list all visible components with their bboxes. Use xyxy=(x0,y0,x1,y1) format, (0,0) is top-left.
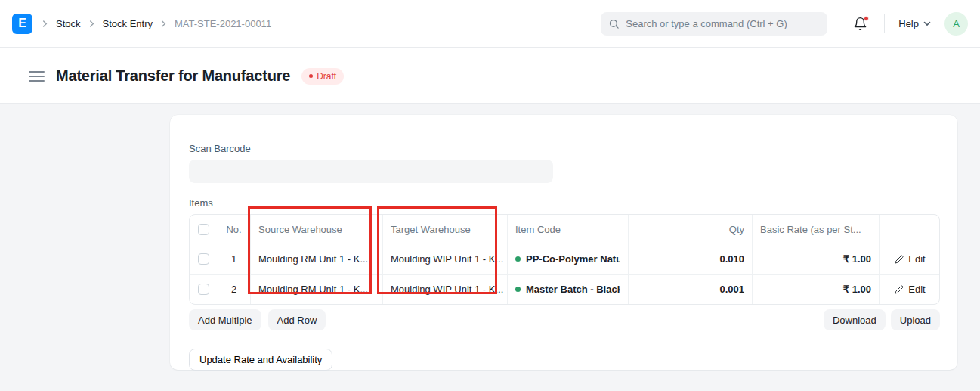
item-code-text: Master Batch - Black xyxy=(526,284,620,295)
search-icon xyxy=(608,18,620,29)
navbar-right: Help A xyxy=(601,12,968,36)
source-warehouse-cell[interactable]: Moulding RM Unit 1 - K... xyxy=(250,244,382,274)
target-warehouse-cell[interactable]: Moulding WIP Unit 1 - K... xyxy=(382,275,507,304)
items-table-header-row: No. Source Warehouse Target Warehouse It… xyxy=(190,215,939,244)
source-warehouse-cell[interactable]: Moulding RM Unit 1 - K... xyxy=(250,275,382,304)
pencil-icon xyxy=(895,255,904,264)
search-input[interactable] xyxy=(626,18,820,29)
items-table: No. Source Warehouse Target Warehouse It… xyxy=(189,214,940,305)
item-code-cell[interactable]: PP-Co-Polymer Natura xyxy=(507,244,628,274)
add-multiple-button[interactable]: Add Multiple xyxy=(189,309,261,330)
select-all-checkbox[interactable] xyxy=(198,224,209,235)
items-table-footer: Add Multiple Add Row Download Upload xyxy=(189,309,940,330)
pencil-icon xyxy=(895,285,904,294)
basic-rate-cell[interactable]: ₹ 1.00 xyxy=(752,244,879,274)
row-number: 1 xyxy=(218,244,250,274)
scan-barcode-label: Scan Barcode xyxy=(189,143,251,154)
items-label: Items xyxy=(189,197,213,209)
column-header-item-code[interactable]: Item Code xyxy=(507,215,628,244)
edit-row-button[interactable]: Edit xyxy=(895,284,925,295)
content-area: Scan Barcode Items No. Source Warehouse … xyxy=(0,104,980,391)
avatar[interactable]: A xyxy=(944,12,968,36)
edit-label: Edit xyxy=(908,284,925,295)
column-header-no: No. xyxy=(218,215,250,244)
row-number: 2 xyxy=(218,275,250,304)
item-code-text: PP-Co-Polymer Natura xyxy=(526,253,620,265)
help-label: Help xyxy=(898,18,919,29)
qty-cell[interactable]: 0.010 xyxy=(628,244,752,274)
download-button[interactable]: Download xyxy=(824,309,886,330)
app-logo[interactable]: E xyxy=(12,14,32,34)
breadcrumb-current-doc[interactable]: MAT-STE-2021-00011 xyxy=(175,18,271,29)
avatar-letter: A xyxy=(953,18,960,29)
chevron-right-icon xyxy=(160,20,167,27)
notifications-button[interactable] xyxy=(853,17,867,31)
add-row-button[interactable]: Add Row xyxy=(268,309,326,330)
sidebar-toggle-icon[interactable] xyxy=(29,68,45,85)
page-header: Material Transfer for Manufacture Draft … xyxy=(0,48,980,104)
breadcrumb-stock-entry[interactable]: Stock Entry xyxy=(103,18,153,29)
edit-label: Edit xyxy=(908,253,925,265)
upload-button[interactable]: Upload xyxy=(891,309,940,330)
update-rate-availability-button[interactable]: Update Rate and Availability xyxy=(189,349,332,371)
status-badge-label: Draft xyxy=(317,71,336,82)
column-header-target-warehouse[interactable]: Target Warehouse xyxy=(382,215,507,244)
row-checkbox[interactable] xyxy=(198,253,209,265)
chevron-right-icon xyxy=(88,20,95,27)
row-checkbox[interactable] xyxy=(198,284,209,295)
form-card: Scan Barcode Items No. Source Warehouse … xyxy=(170,115,957,370)
item-status-dot-icon xyxy=(515,256,521,262)
global-search[interactable] xyxy=(601,12,827,36)
page-title: Material Transfer for Manufacture xyxy=(56,67,290,85)
column-header-qty[interactable]: Qty xyxy=(628,215,752,244)
basic-rate-cell[interactable]: ₹ 1.00 xyxy=(752,275,879,304)
column-header-source-warehouse[interactable]: Source Warehouse xyxy=(250,215,382,244)
chevron-down-icon xyxy=(923,20,931,27)
table-row: 2 Moulding RM Unit 1 - K... Moulding WIP… xyxy=(190,274,939,304)
scan-barcode-input[interactable] xyxy=(189,160,553,183)
item-code-cell[interactable]: Master Batch - Black xyxy=(507,275,628,304)
edit-row-button[interactable]: Edit xyxy=(895,253,925,265)
breadcrumb: Stock Stock Entry MAT-STE-2021-00011 xyxy=(42,18,271,29)
navbar-divider xyxy=(884,14,885,33)
help-menu[interactable]: Help xyxy=(898,18,931,29)
table-row: 1 Moulding RM Unit 1 - K... Moulding WIP… xyxy=(190,244,939,274)
breadcrumb-stock[interactable]: Stock xyxy=(56,18,81,29)
chevron-right-icon xyxy=(42,20,48,27)
app-logo-letter: E xyxy=(18,17,26,30)
qty-cell[interactable]: 0.001 xyxy=(628,275,752,304)
column-header-basic-rate[interactable]: Basic Rate (as per St... xyxy=(752,215,879,244)
notification-dot xyxy=(864,16,869,21)
status-badge: Draft xyxy=(301,68,344,85)
target-warehouse-cell[interactable]: Moulding WIP Unit 1 - K... xyxy=(382,244,507,274)
top-navbar: E Stock Stock Entry MAT-STE-2021-00011 H… xyxy=(0,0,980,48)
item-status-dot-icon xyxy=(515,287,521,292)
status-dot-icon xyxy=(309,74,313,78)
